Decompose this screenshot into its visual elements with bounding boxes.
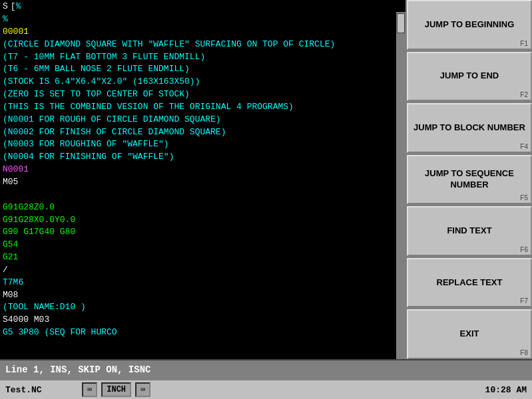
sidebar-btn-f1[interactable]: JUMP TO BEGINNINGF1 <box>407 0 532 50</box>
sidebar-btn-fkey: F8 <box>520 349 528 356</box>
code-line: % <box>3 13 394 26</box>
scrollbar[interactable] <box>396 12 405 359</box>
sidebar-btn-fkey: F4 <box>520 143 528 150</box>
code-line: (N0002 FOR FINISH OF CIRCLE DIAMOND SQUA… <box>3 126 394 139</box>
code-line: S4000 M03 <box>3 314 394 327</box>
indicator-bracket: [ <box>11 1 16 11</box>
unit-display: INCH <box>101 382 131 397</box>
code-line: (THIS IS THE COMBINED VESION OF THE ORIG… <box>3 101 394 114</box>
code-line: G54 <box>3 239 394 251</box>
code-content[interactable]: %00001(CIRCLE DIAMOND SQUARE WITH "WAFFL… <box>0 12 396 359</box>
sidebar-btn-fkey: F1 <box>520 40 528 47</box>
code-line: (T7 - 10MM FLAT BOTTOM 3 FLUTE ENDMILL) <box>3 51 394 64</box>
code-line: G91G28Z0.0 <box>3 201 394 214</box>
sidebar-btn-f5[interactable]: JUMP TO SEQUENCE NUMBERF5 <box>407 155 532 205</box>
keyboard2-btn[interactable]: ⌨ <box>135 382 150 397</box>
code-line: 00001 <box>3 26 394 39</box>
time-display: 10:28 AM <box>485 385 532 395</box>
sidebar-btn-label: FIND TEXT <box>447 225 491 237</box>
sidebar-btn-fkey: F7 <box>520 297 528 305</box>
code-line: (STOCK IS 6.4"X6.4"X2.0" (163X163X50)) <box>3 76 394 88</box>
scroll-thumb[interactable] <box>397 13 405 33</box>
status-bar: Line 1, INS, SKIP ON, ISNC <box>0 359 532 379</box>
code-line <box>3 189 394 201</box>
sidebar-btn-f8[interactable]: EXITF8 <box>407 309 532 359</box>
code-line: (N0003 FOR ROUGHING OF "WAFFLE") <box>3 138 394 151</box>
sidebar-btn-f6[interactable]: FIND TEXTF6 <box>407 206 532 256</box>
code-line: (TOOL NAME:D10 ) <box>3 301 394 314</box>
keyboard1-btn[interactable]: ⌨ <box>82 382 97 397</box>
editor-panel: S [ % %00001(CIRCLE DIAMOND SQUARE WITH … <box>0 0 405 359</box>
code-line: G5 3P80 (SEQ FOR HURCO <box>3 327 394 339</box>
bottom-bar: Test.NC ⌨ INCH ⌨ 10:28 AM <box>0 379 532 399</box>
code-line: (N0001 FOR ROUGH OF CIRCLE DIAMOND SQUAR… <box>3 114 394 126</box>
code-line: M05 <box>3 176 394 189</box>
code-line: M08 <box>3 289 394 302</box>
indicator-s: S <box>3 1 8 11</box>
sidebar-btn-f7[interactable]: REPLACE TEXTF7 <box>407 258 532 308</box>
sidebar: JUMP TO BEGINNINGF1JUMP TO ENDF2JUMP TO … <box>405 0 532 359</box>
code-line: G90 G17G40 G80 <box>3 226 394 239</box>
sidebar-btn-label: JUMP TO BEGINNING <box>425 19 515 31</box>
sidebar-btn-fkey: F2 <box>520 91 528 98</box>
code-line: (T6 - 6MM BALL NOSE 2 FLUTE ENDMILL) <box>3 63 394 76</box>
sidebar-btn-fkey: F5 <box>520 194 528 201</box>
sidebar-btn-label: JUMP TO END <box>440 70 499 82</box>
sidebar-btn-label: JUMP TO SEQUENCE NUMBER <box>408 168 531 191</box>
sidebar-btn-f2[interactable]: JUMP TO ENDF2 <box>407 52 532 102</box>
sidebar-btn-label: REPLACE TEXT <box>437 277 503 289</box>
sidebar-btn-fkey: F6 <box>520 246 528 253</box>
top-indicator: S [ % <box>0 0 405 12</box>
code-line: N0001 <box>3 164 394 176</box>
sidebar-btn-f4[interactable]: JUMP TO BLOCK NUMBERF4 <box>407 103 532 153</box>
code-line: G91G28X0.0Y0.0 <box>3 214 394 227</box>
code-line: (CIRCLE DIAMOND SQUARE WITH "WAFFLE" SUR… <box>3 39 394 51</box>
code-line: (ZERO IS SET TO TOP CENTER OF STOCK) <box>3 88 394 101</box>
code-line: G21 <box>3 251 394 264</box>
sidebar-btn-label: JUMP TO BLOCK NUMBER <box>413 122 525 134</box>
code-line: T7M6 <box>3 277 394 289</box>
code-line: (N0004 FOR FINISHING OF "WAFFLE") <box>3 151 394 164</box>
filename: Test.NC <box>0 384 80 396</box>
indicator-percent: % <box>16 1 21 11</box>
status-text: Line 1, INS, SKIP ON, ISNC <box>5 364 150 375</box>
code-line: / <box>3 264 394 277</box>
sidebar-btn-label: EXIT <box>460 329 479 340</box>
